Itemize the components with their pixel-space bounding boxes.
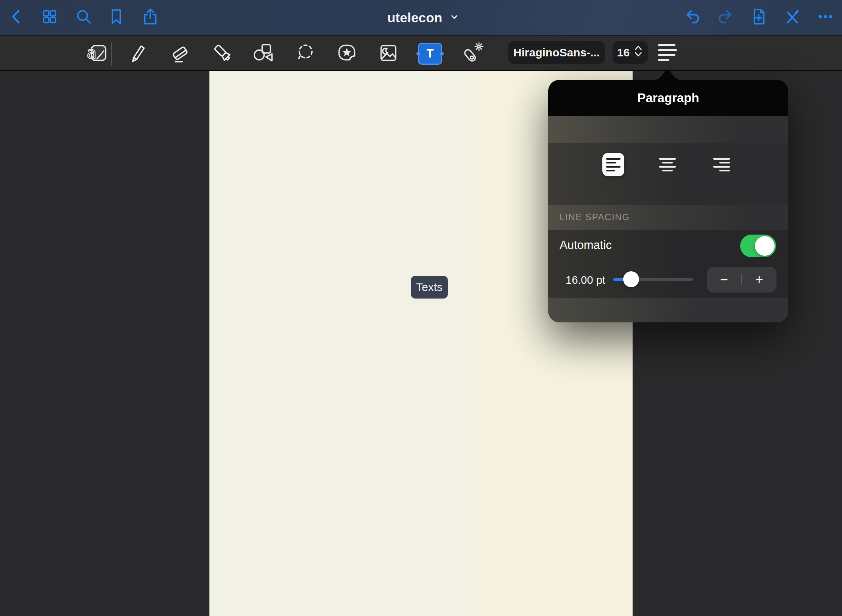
text-tool-glyph: T (427, 47, 434, 61)
navigation-bar: utelecon (0, 0, 842, 35)
stop-editing-button[interactable] (781, 6, 803, 29)
font-family-label: HiraginoSans-... (513, 46, 600, 59)
shapes-icon (251, 41, 275, 66)
selection-handle-left (416, 52, 420, 56)
spacing-plus-button[interactable]: + (742, 267, 777, 292)
align-bar (658, 49, 677, 51)
size-stepper-chevrons-icon (633, 45, 643, 60)
lasso-icon (293, 41, 317, 66)
font-family-button[interactable]: HiraginoSans-... (508, 41, 605, 64)
document-title: utelecon (387, 10, 443, 25)
paragraph-alignment-button[interactable] (658, 44, 677, 61)
spacing-minus-button[interactable]: − (707, 267, 741, 292)
spacing-stepper: − + (707, 267, 777, 292)
automatic-label: Automatic (560, 238, 612, 252)
page-overview-button[interactable] (38, 6, 61, 29)
image-icon (377, 41, 400, 66)
align-right-button[interactable] (711, 153, 733, 176)
highlighter-icon (211, 41, 234, 66)
spacing-value-label: 16.00 pt (566, 274, 605, 286)
popover-arrow (652, 70, 683, 80)
texts-tooltip: Texts (411, 276, 448, 299)
slider-knob[interactable] (623, 271, 639, 287)
search-icon (74, 7, 93, 28)
line-spacing-header-band: LINE SPACING (548, 205, 788, 230)
tools-toolbar: a T Hiragino (0, 35, 842, 70)
bookmark-button[interactable] (105, 6, 128, 29)
title-chevron-down-icon (449, 12, 459, 23)
app-window: utelecon a (0, 0, 842, 616)
selection-handle-right (440, 52, 444, 56)
more-options-button[interactable] (814, 6, 837, 29)
share-icon (141, 7, 160, 28)
eraser-tool-button[interactable] (164, 39, 196, 69)
font-size-value: 16 (617, 46, 630, 59)
pen-cross-icon (783, 7, 801, 28)
bookmark-icon (107, 7, 126, 28)
pen-icon (126, 41, 150, 66)
ellipsis-icon (816, 7, 835, 28)
undo-icon (683, 7, 702, 28)
back-button[interactable] (5, 6, 28, 29)
shapes-tool-button[interactable] (247, 39, 279, 69)
undo-button[interactable] (681, 6, 704, 29)
image-tool-button[interactable] (373, 39, 404, 69)
align-bar (658, 59, 669, 61)
add-page-icon (749, 7, 768, 28)
popover-spacer (548, 116, 788, 143)
toggle-knob (755, 236, 775, 256)
toolbar-divider (111, 42, 112, 66)
automatic-toggle[interactable] (740, 235, 776, 257)
svg-text:a: a (87, 43, 97, 62)
elements-tool-button[interactable] (331, 39, 363, 69)
elements-sticker-icon (335, 41, 359, 66)
align-center-icon (659, 158, 676, 171)
popover-title: Paragraph (637, 91, 699, 105)
highlighter-tool-button[interactable] (207, 39, 239, 69)
align-left-button[interactable] (602, 153, 624, 176)
alignment-section (548, 143, 788, 205)
grid-overview-icon (40, 7, 59, 28)
share-button[interactable] (139, 6, 162, 29)
line-spacing-section-label: LINE SPACING (560, 212, 630, 222)
align-right-icon (713, 158, 730, 171)
line-spacing-controls: Automatic 16.00 pt − + (548, 230, 788, 298)
align-left-icon (606, 158, 621, 171)
redo-button[interactable] (714, 6, 736, 29)
lasso-tool-button[interactable] (289, 39, 321, 69)
align-bar (658, 54, 675, 56)
laser-pointer-tool-button[interactable] (456, 39, 488, 69)
document-canvas[interactable]: Texts Paragraph (0, 71, 842, 616)
texts-tooltip-label: Texts (416, 281, 443, 294)
handwriting-tool-button[interactable]: a (81, 39, 113, 69)
document-title-button[interactable]: utelecon (387, 0, 459, 35)
add-page-button[interactable] (747, 6, 770, 29)
text-tool-button-selected[interactable]: T (418, 43, 442, 65)
paragraph-popover: Paragraph (548, 80, 788, 322)
popover-footer (548, 298, 788, 322)
pen-tool-button[interactable] (122, 39, 154, 69)
redo-icon (716, 7, 734, 28)
align-center-button[interactable] (656, 153, 678, 176)
handwriting-icon: a (85, 41, 109, 66)
popover-header: Paragraph (548, 80, 788, 116)
search-button[interactable] (72, 6, 95, 29)
laser-pointer-icon (460, 41, 484, 66)
line-spacing-slider[interactable] (613, 278, 693, 281)
font-size-button[interactable]: 16 (613, 41, 648, 64)
align-bar (658, 44, 675, 46)
back-icon (7, 7, 26, 28)
eraser-icon (168, 41, 192, 66)
